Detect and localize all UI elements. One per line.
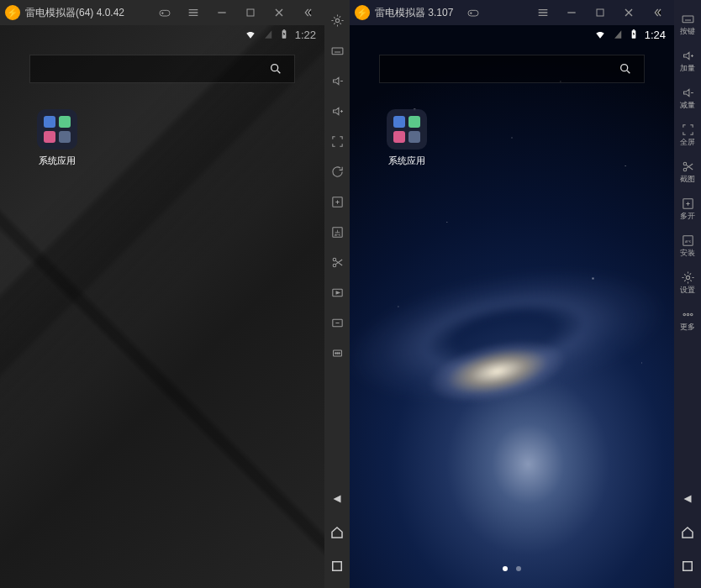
minimize-button[interactable] — [210, 1, 234, 24]
svg-rect-22 — [633, 29, 635, 30]
screen-record-icon[interactable] — [324, 277, 350, 307]
nav-back-icon[interactable] — [675, 482, 700, 516]
keyboard-button[interactable]: 按键 — [675, 5, 700, 42]
gamepad-icon[interactable] — [461, 1, 485, 24]
page-indicator — [503, 566, 521, 571]
svg-point-31 — [683, 313, 685, 316]
search-input[interactable] — [379, 55, 645, 83]
volume-down-icon[interactable] — [324, 66, 350, 96]
volume-down-button[interactable]: 减量 — [675, 79, 700, 116]
install-apk-button[interactable]: APK安装 — [675, 227, 700, 264]
window-ops-icon[interactable] — [324, 307, 350, 338]
window-title: 雷电模拟器(64) 4.0.42 — [25, 6, 124, 20]
nav-recent-icon[interactable] — [675, 549, 700, 583]
emulator-left-window: ⚡ 雷电模拟器(64) 4.0.42 — [0, 0, 324, 588]
android-statusbar: 1:24 — [350, 25, 674, 44]
collapse-sidebar-icon[interactable] — [646, 1, 669, 24]
android-screen-left[interactable]: 1:22 系统应用 — [0, 25, 324, 588]
clock-time: 1:22 — [295, 29, 316, 41]
svg-point-26 — [683, 162, 687, 165]
settings-button[interactable]: 设置 — [675, 264, 700, 301]
svg-rect-3 — [283, 29, 285, 30]
rotate-icon[interactable] — [324, 156, 350, 186]
page-dot[interactable] — [503, 566, 508, 571]
app-system-apps[interactable]: 系统应用 — [379, 109, 434, 167]
wifi-icon — [245, 29, 256, 40]
nav-back-icon[interactable] — [324, 482, 350, 516]
folder-icon — [387, 109, 427, 150]
search-icon — [269, 62, 282, 76]
clock-time: 1:24 — [645, 29, 666, 41]
volume-up-icon[interactable] — [324, 96, 350, 126]
settings-gear-icon[interactable] — [324, 5, 350, 35]
svg-text:APK: APK — [334, 233, 340, 236]
nav-home-icon[interactable] — [324, 516, 350, 549]
maximize-button[interactable] — [588, 1, 612, 24]
svg-point-30 — [686, 276, 689, 279]
svg-point-4 — [271, 65, 278, 71]
emulator-left: ⚡ 雷电模拟器(64) 4.0.42 — [0, 0, 350, 588]
close-button[interactable] — [267, 1, 291, 24]
search-input[interactable] — [29, 55, 295, 83]
svg-point-5 — [335, 18, 339, 22]
volume-up-button[interactable]: 加量 — [675, 42, 700, 79]
svg-point-15 — [335, 352, 335, 353]
app-label: 系统应用 — [29, 155, 84, 167]
titlebar-left: ⚡ 雷电模拟器(64) 4.0.42 — [0, 0, 324, 25]
titlebar-right: ⚡ 雷电模拟器 3.107 — [350, 0, 674, 25]
close-button[interactable] — [617, 1, 640, 24]
toolbar-left: APK — [324, 0, 350, 588]
svg-rect-24 — [683, 16, 693, 23]
svg-rect-19 — [468, 10, 478, 16]
battery-icon — [278, 29, 290, 40]
maximize-button[interactable] — [239, 1, 262, 24]
page-dot[interactable] — [516, 566, 521, 571]
menu-icon[interactable] — [531, 1, 555, 24]
svg-point-32 — [687, 313, 689, 316]
svg-point-33 — [690, 313, 693, 316]
app-logo-icon: ⚡ — [5, 5, 20, 20]
minimize-button[interactable] — [560, 1, 583, 24]
svg-rect-21 — [631, 30, 635, 38]
fullscreen-button[interactable]: 全屏 — [675, 116, 700, 153]
multi-instance-button[interactable]: 多开 — [675, 190, 700, 227]
nav-recent-icon[interactable] — [324, 549, 350, 583]
search-icon — [619, 62, 632, 76]
nav-home-icon[interactable] — [675, 516, 700, 549]
add-window-icon[interactable] — [324, 186, 350, 217]
svg-rect-18 — [333, 562, 342, 571]
svg-point-10 — [333, 264, 336, 267]
battery-icon — [628, 29, 640, 40]
svg-rect-34 — [683, 562, 693, 571]
svg-point-11 — [333, 258, 336, 261]
toolbar-right: 按键 加量 减量 全屏 截图 多开 APK安装 设置 更多 — [674, 0, 701, 588]
menu-icon[interactable] — [182, 1, 205, 24]
emulator-right: ⚡ 雷电模拟器 3.107 — [350, 0, 701, 588]
more-button[interactable]: 更多 — [675, 301, 700, 338]
android-statusbar: 1:22 — [0, 25, 324, 44]
collapse-sidebar-icon[interactable] — [296, 1, 319, 24]
folder-icon — [37, 109, 77, 150]
svg-point-17 — [338, 352, 339, 353]
svg-rect-0 — [160, 10, 170, 16]
svg-rect-2 — [282, 30, 286, 38]
svg-rect-20 — [597, 9, 603, 16]
gamepad-icon[interactable] — [153, 1, 177, 24]
apk-install-icon[interactable]: APK — [324, 217, 350, 247]
android-screen-right[interactable]: 1:24 系统应用 — [350, 25, 674, 588]
more-dots-icon[interactable] — [324, 338, 350, 368]
screenshot-button[interactable]: 截图 — [675, 153, 700, 190]
svg-text:APK: APK — [684, 240, 691, 244]
svg-point-16 — [336, 352, 337, 353]
svg-rect-6 — [332, 47, 343, 54]
svg-rect-1 — [247, 9, 254, 16]
keyboard-icon[interactable] — [324, 35, 350, 66]
app-system-apps[interactable]: 系统应用 — [29, 109, 84, 167]
scissors-icon[interactable] — [324, 247, 350, 277]
fullscreen-icon[interactable] — [324, 126, 350, 156]
app-label: 系统应用 — [379, 155, 434, 167]
svg-point-23 — [621, 65, 628, 71]
svg-point-25 — [683, 168, 687, 171]
app-logo-icon: ⚡ — [355, 5, 370, 20]
signal-icon — [611, 29, 623, 40]
